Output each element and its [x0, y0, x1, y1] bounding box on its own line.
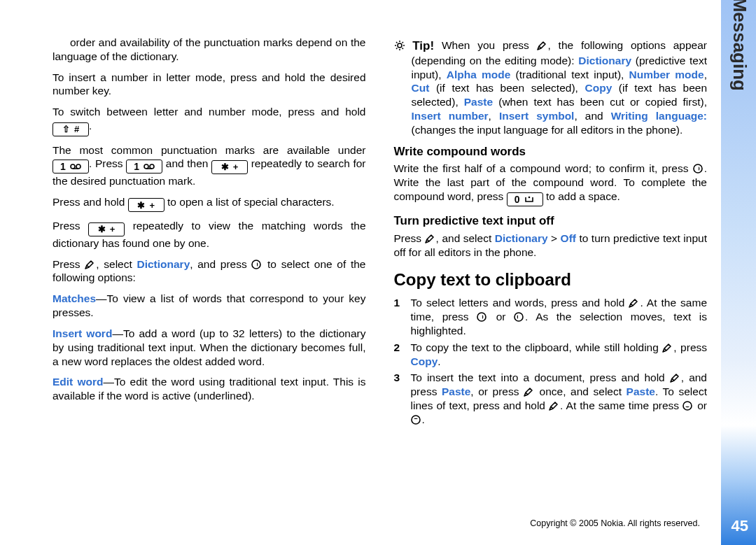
text: , and [574, 110, 610, 122]
text: To copy the text to the clipboard, while… [411, 341, 663, 353]
text: to add a space. [543, 190, 620, 202]
copyright-text: Copyright © 2005 Nokia. All rights reser… [530, 518, 700, 528]
key-1-voicemail: 1 [126, 160, 162, 174]
text: , [489, 110, 499, 122]
zero-icon: 0 [514, 194, 520, 204]
text: The most common punctuation marks are av… [52, 144, 366, 156]
term-paste: Paste [464, 96, 493, 108]
term-copy: Copy [411, 355, 438, 367]
text: , and press [190, 258, 251, 270]
heading-write-compound: Write compound words [394, 144, 708, 160]
key-star-plus: ✱ + [128, 198, 164, 212]
nav-right-icon [477, 312, 488, 322]
term-cut: Cut [412, 82, 430, 94]
text: (changes the input language for all edit… [412, 124, 683, 136]
term-number-mode: Number mode [629, 69, 704, 80]
page: order and availability of the punctuatio… [0, 0, 756, 545]
heading-copy-clipboard: Copy text to clipboard [394, 269, 708, 291]
para-insert-word: Insert word—To add a word (up to 32 lett… [52, 327, 366, 368]
text: When you press [434, 39, 536, 51]
page-number: 45 [732, 517, 748, 535]
list-item: 1 To select letters and words, press and… [394, 296, 708, 337]
list-item: 3 To insert the text into a document, pr… [394, 371, 708, 426]
key-star-plus: ✱ + [88, 222, 125, 236]
term-alpha-mode: Alpha mode [447, 69, 511, 80]
para-compound: Write the first half of a compound word;… [394, 162, 708, 206]
para-pen-dictionary: Press , select Dictionary, and press to … [52, 257, 366, 285]
para-punctuation: The most common punctuation marks are av… [52, 143, 366, 188]
text: . Press [89, 157, 126, 169]
text: —To view a list of words that correspond… [52, 292, 366, 318]
text: (if text has been selected), [429, 82, 584, 94]
text: once, and select [535, 385, 626, 397]
plus-icon: + [149, 201, 155, 210]
body-columns: order and availability of the punctuatio… [52, 38, 707, 486]
term-dictionary: Dictionary [578, 55, 631, 66]
text: . [438, 355, 440, 367]
pen-icon [85, 260, 96, 269]
text: Press [394, 232, 425, 244]
term-insert-number: Insert number [412, 110, 489, 122]
text: . [422, 413, 425, 425]
text: or [694, 399, 707, 411]
list-body: To copy the text to the clipboard, while… [411, 341, 708, 369]
text: To switch between letter and number mode… [52, 106, 366, 118]
nav-right-icon [251, 260, 262, 269]
tip-label: Tip! [412, 39, 434, 52]
pen-icon [662, 343, 673, 353]
plus-icon: + [233, 162, 239, 171]
star-icon: ✱ [221, 162, 229, 171]
para-turn-off: Press , and select Dictionary > Off to t… [394, 232, 708, 260]
heading-turn-off: Turn predictive text input off [394, 213, 708, 229]
star-icon: ✱ [137, 201, 145, 210]
ordered-list: 1 To select letters and words, press and… [394, 296, 708, 426]
list-body: To insert the text into a document, pres… [411, 371, 708, 426]
para-press-star: Press ✱ + repeatedly to view the matchin… [52, 219, 366, 250]
list-number: 2 [394, 341, 404, 369]
text: . At the same time press [560, 399, 682, 411]
list-number: 3 [394, 371, 404, 426]
key-shift-hash: ⇧ # [52, 122, 89, 136]
para-edit-word: Edit word—To edit the word using traditi… [52, 375, 366, 403]
term-writing-language: Writing language: [611, 110, 707, 122]
term-paste: Paste [442, 385, 470, 397]
para-matches: Matches—To view a list of words that cor… [52, 292, 366, 320]
star-icon: ✱ [98, 225, 106, 234]
one-icon: 1 [60, 162, 66, 171]
para-switch-mode: To switch between letter and number mode… [52, 105, 366, 136]
voicemail-icon [144, 162, 155, 171]
text: , or press [470, 385, 524, 397]
plus-icon: + [110, 225, 115, 234]
list-body: To select letters and words, press and h… [411, 296, 708, 337]
text: , [704, 69, 707, 80]
nav-down-icon [682, 401, 694, 411]
para-hold-star: Press and hold ✱ + to open a list of spe… [52, 195, 366, 213]
pen-icon [425, 234, 436, 243]
term-dictionary: Dictionary [136, 258, 190, 270]
term-paste: Paste [626, 385, 655, 397]
list-number: 1 [394, 296, 404, 337]
text: Write the first half of a compound word;… [394, 162, 693, 174]
text: . [89, 120, 92, 132]
one-icon: 1 [134, 162, 139, 171]
text: Press and hold [52, 196, 128, 208]
pen-icon [524, 387, 535, 397]
text: (traditional text input), [510, 69, 629, 80]
tip-block: Tip! When you press , the following opti… [394, 38, 708, 137]
shift-icon: ⇧ [62, 125, 70, 134]
text: Press [52, 258, 85, 270]
text: to open a list of special characters. [164, 196, 335, 208]
text: and then [162, 157, 211, 169]
term-off: Off [561, 232, 576, 244]
key-1-voicemail: 1 [52, 160, 89, 174]
text: , and select [436, 232, 495, 244]
text: To select letters and words, press and h… [411, 297, 629, 309]
pen-icon [629, 298, 640, 308]
text: , press [673, 341, 707, 353]
voicemail-icon [70, 162, 81, 171]
key-star-plus: ✱ + [211, 160, 248, 174]
term-edit-word: Edit word [52, 376, 103, 388]
term-insert-word: Insert word [52, 327, 112, 339]
para-insert-number: To insert a number in letter mode, press… [52, 71, 366, 99]
pen-icon [537, 41, 548, 50]
